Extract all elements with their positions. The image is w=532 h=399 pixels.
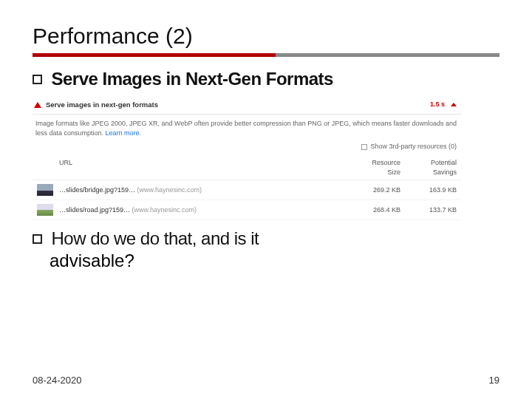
- row-url[interactable]: …slides/road.jpg?159… (www.haynesinc.com…: [59, 205, 364, 215]
- thumbnail-image: [37, 184, 53, 196]
- slide-title: Performance (2): [33, 24, 499, 49]
- audit-timing: 1.5 s: [430, 100, 445, 109]
- bullet-2: How do we do that, and is it advisable?: [33, 228, 499, 272]
- bullet-1: Serve Images in Next-Gen Formats: [33, 69, 499, 89]
- bullet-2-line1: How do we do that, and is it: [51, 228, 259, 248]
- bullet-1-text: Serve Images in Next-Gen Formats: [51, 69, 332, 89]
- third-party-toggle[interactable]: Show 3rd-party resources (0): [33, 140, 461, 156]
- footer-date: 08-24-2020: [33, 375, 82, 386]
- third-party-label: Show 3rd-party resources (0): [370, 142, 457, 151]
- table-row: …slides/road.jpg?159… (www.haynesinc.com…: [33, 200, 461, 220]
- audit-description: Image formats like JPEG 2000, JPEG XR, a…: [33, 115, 461, 140]
- row-savings: 163.9 KB: [420, 185, 457, 195]
- bullet-marker: [33, 75, 42, 84]
- audit-heading: Serve images in next-gen formats: [46, 100, 158, 109]
- chevron-up-icon[interactable]: [451, 103, 457, 106]
- audit-header[interactable]: Serve images in next-gen formats 1.5 s: [33, 97, 461, 115]
- title-underline: [33, 53, 499, 57]
- learn-more-link[interactable]: Learn more.: [106, 129, 142, 137]
- bullet-marker: [33, 234, 42, 244]
- col-size: Resource Size: [364, 158, 400, 177]
- col-url: URL: [59, 158, 72, 177]
- row-url[interactable]: …slides/bridge.jpg?159… (www.haynesinc.c…: [59, 185, 364, 195]
- row-savings: 133.7 KB: [420, 205, 457, 215]
- col-savings: Potential Savings: [420, 158, 457, 177]
- warning-triangle-icon: [34, 102, 41, 108]
- audit-table-header: URL Resource Size Potential Savings: [33, 156, 461, 180]
- table-row: …slides/bridge.jpg?159… (www.haynesinc.c…: [33, 180, 461, 200]
- audit-panel: Serve images in next-gen formats 1.5 s I…: [33, 97, 461, 220]
- row-size: 269.2 KB: [364, 185, 400, 195]
- checkbox-icon[interactable]: [361, 144, 367, 150]
- footer-page: 19: [489, 375, 499, 386]
- row-size: 268.4 KB: [364, 205, 400, 215]
- thumbnail-image: [37, 204, 53, 216]
- bullet-2-line2: advisable?: [50, 250, 499, 272]
